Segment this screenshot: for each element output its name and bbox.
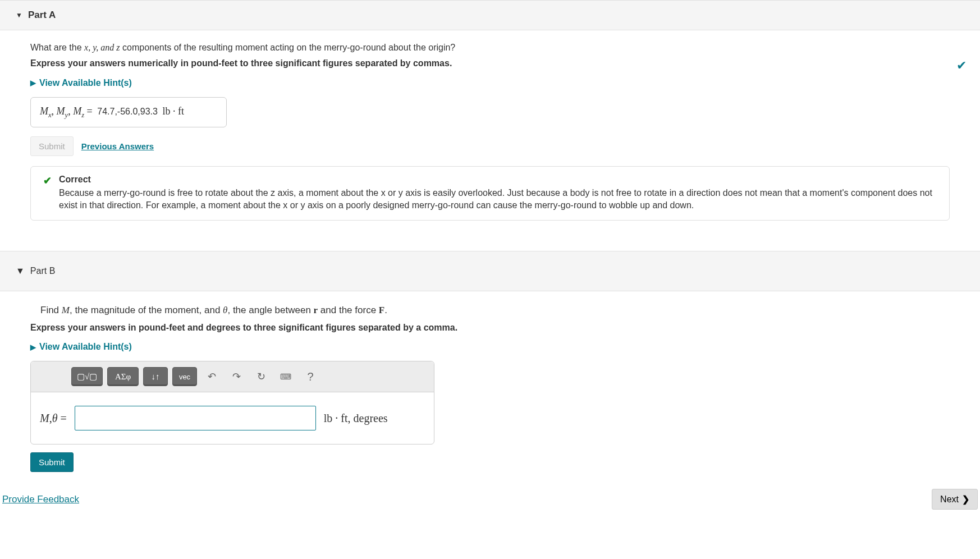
part-a-answer-box: Mx, My, Mz = 74.7,-56.0,93.3 lb · ft [30, 97, 227, 128]
submit-button-b[interactable]: Submit [30, 452, 74, 472]
part-b-instruction: Express your answers in pound-feet and d… [30, 323, 950, 333]
view-hints-link-a[interactable]: ▶ View Available Hint(s) [30, 78, 132, 88]
help-button[interactable]: ? [300, 367, 320, 386]
provide-feedback-link[interactable]: Provide Feedback [2, 494, 79, 505]
part-b-header[interactable]: ▼ Part B [0, 251, 980, 291]
caret-right-icon: ▶ [30, 79, 36, 87]
part-b-question: Find M, the magnitude of the moment, and… [30, 305, 950, 316]
previous-answers-link[interactable]: Previous Answers [81, 141, 154, 151]
part-a-instruction: Express your answers numerically in poun… [30, 58, 950, 68]
redo-button[interactable]: ↷ [226, 367, 246, 386]
check-icon: ✔ [43, 175, 52, 187]
caret-down-icon: ▼ [16, 11, 22, 19]
equation-input-panel: ▢√▢ ΑΣφ ↓↑ vec ↶ ↷ ↻ ⌨ ? M,θ = lb · ft, … [30, 361, 434, 445]
submit-button-a: Submit [30, 136, 74, 156]
feedback-text: Because a merry-go-round is free to rota… [59, 187, 939, 212]
equation-input-row: M,θ = lb · ft, degrees [31, 392, 434, 444]
templates-button[interactable]: ▢√▢ [71, 367, 103, 386]
caret-down-icon: ▼ [16, 266, 25, 276]
part-a-header[interactable]: ▼ Part A [0, 0, 980, 30]
equation-input[interactable] [75, 406, 316, 430]
view-hints-link-b[interactable]: ▶ View Available Hint(s) [30, 342, 132, 352]
reset-button[interactable]: ↻ [251, 367, 271, 386]
equation-toolbar: ▢√▢ ΑΣφ ↓↑ vec ↶ ↷ ↻ ⌨ ? [31, 361, 434, 392]
caret-right-icon: ▶ [30, 343, 36, 351]
part-a-body: What are the x, y, and z components of t… [0, 30, 980, 234]
part-a-question: What are the x, y, and z components of t… [30, 43, 950, 53]
footer: Provide Feedback Next ❯ [0, 478, 980, 526]
undo-button[interactable]: ↶ [202, 367, 222, 386]
next-button[interactable]: Next ❯ [932, 489, 978, 510]
part-a-title: Part A [28, 10, 56, 21]
keyboard-button[interactable]: ⌨ [276, 367, 296, 386]
chevron-right-icon: ❯ [962, 494, 969, 505]
greek-button[interactable]: ΑΣφ [107, 367, 139, 386]
units-label: lb · ft, degrees [324, 412, 388, 425]
subsup-button[interactable]: ↓↑ [143, 367, 168, 386]
part-a-button-row: Submit Previous Answers [30, 136, 950, 156]
part-b-title: Part B [30, 266, 55, 276]
part-b-body: Find M, the magnitude of the moment, and… [0, 291, 980, 478]
part-a-answer-value: 74.7,-56.0,93.3 [97, 107, 158, 116]
feedback-title: Correct [59, 175, 939, 185]
vec-button[interactable]: vec [172, 367, 197, 386]
feedback-box: ✔ Correct Because a merry-go-round is fr… [30, 166, 950, 221]
check-icon: ✔ [956, 58, 967, 73]
input-label: M,θ = [40, 412, 67, 425]
